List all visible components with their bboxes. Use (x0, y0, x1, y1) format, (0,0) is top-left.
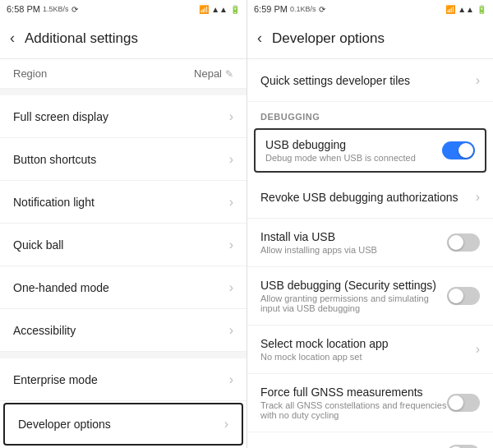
left-status-bar: 6:58 PM 1.5KB/s ⟳ 📶 ▲▲ 🔋 (0, 0, 246, 18)
view-attribute-toggle[interactable] (447, 445, 480, 449)
item-left: USB debugging (Security settings) Allow … (260, 279, 447, 313)
left-sync-icon: ⟳ (71, 5, 78, 14)
right-wifi-icon: ▲▲ (458, 5, 474, 14)
section-divider-1 (0, 89, 246, 95)
toggle-container (447, 445, 480, 449)
right-sync-icon: ⟳ (319, 5, 325, 14)
chevron-icon: › (476, 342, 480, 357)
item-sublabel: Debug mode when USB is connected (265, 153, 435, 163)
item-label: Quick settings developer tiles (260, 74, 410, 87)
list-item[interactable]: Enterprise mode › (0, 358, 246, 401)
quick-settings-tiles-item[interactable]: Quick settings developer tiles › (247, 59, 493, 102)
usb-debug-left: USB debugging Debug mode when USB is con… (265, 138, 435, 163)
region-value: Nepal ✎ (194, 67, 233, 80)
toggle-knob (449, 395, 463, 410)
item-left: Select mock location app No mock locatio… (260, 337, 389, 362)
usb-debugging-item[interactable]: USB debugging Debug mode when USB is con… (254, 128, 486, 173)
region-label: Region (13, 67, 47, 80)
view-attribute-item[interactable]: Enable view attribute inspection (247, 432, 493, 448)
right-phone-panel: 6:59 PM 0.1KB/s ⟳ 📶 ▲▲ 🔋 ‹ Developer opt… (246, 0, 493, 448)
item-label: Force full GNSS measurements (260, 386, 447, 399)
item-sublabel: Allow granting permissions and simulatin… (260, 293, 447, 313)
usb-security-toggle[interactable] (447, 287, 480, 305)
chevron-icon: › (229, 109, 233, 124)
gnss-item[interactable]: Force full GNSS measurements Track all G… (247, 374, 493, 432)
edit-icon: ✎ (225, 68, 233, 80)
right-data-info: 0.1KB/s (290, 5, 316, 13)
left-page-title: Additional settings (25, 30, 138, 47)
item-label: Full screen display (13, 110, 108, 123)
toggle-knob (449, 235, 463, 250)
item-sublabel: Allow installing apps via USB (260, 245, 377, 255)
right-back-button[interactable]: ‹ (257, 30, 262, 47)
toggle-container (447, 394, 480, 412)
list-item[interactable]: One-handed mode › (0, 266, 246, 309)
install-via-usb-item[interactable]: Install via USB Allow installing apps vi… (247, 219, 493, 267)
chevron-icon: › (229, 152, 233, 167)
item-label: Select mock location app (260, 337, 389, 350)
usb-debug-toggle-container (442, 141, 475, 159)
item-label: Enterprise mode (13, 373, 98, 386)
chevron-icon: › (476, 190, 480, 205)
left-scroll-content: Region Nepal ✎ Full screen display › But… (0, 59, 246, 448)
mock-location-item[interactable]: Select mock location app No mock locatio… (247, 326, 493, 374)
chevron-icon: › (476, 73, 480, 88)
install-via-usb-toggle[interactable] (447, 233, 480, 252)
left-data-info: 1.5KB/s (43, 5, 69, 13)
right-scroll-content: Quick settings developer tiles › DEBUGGI… (247, 59, 493, 448)
right-status-left: 6:59 PM 0.1KB/s ⟳ (254, 4, 325, 14)
left-back-button[interactable]: ‹ (10, 30, 15, 47)
item-label: Notification light (13, 196, 94, 209)
right-status-right: 📶 ▲▲ 🔋 (445, 5, 486, 14)
chevron-icon: › (229, 372, 233, 387)
item-sublabel: Track all GNSS constellations and freque… (260, 400, 447, 420)
item-label: Revoke USB debugging authorizations (260, 191, 458, 204)
chevron-icon: › (229, 195, 233, 210)
section-divider-2 (0, 352, 246, 358)
item-left: Force full GNSS measurements Track all G… (260, 386, 447, 420)
list-item[interactable]: Full screen display › (0, 95, 246, 138)
item-label: One-handed mode (13, 281, 109, 294)
list-item[interactable]: Quick ball › (0, 224, 246, 266)
left-signal-icon: 📶 (199, 5, 209, 14)
developer-options-item[interactable]: Developer options › (3, 403, 243, 446)
toggle-container (447, 287, 480, 305)
chevron-icon: › (229, 238, 233, 252)
right-header: ‹ Developer options (247, 18, 493, 59)
chevron-icon: › (229, 280, 233, 295)
right-signal-icon: 📶 (445, 5, 455, 14)
list-item[interactable]: Accessibility › (0, 309, 246, 352)
left-wifi-icon: ▲▲ (211, 5, 228, 14)
item-left: Install via USB Allow installing apps vi… (260, 230, 377, 255)
item-label: Developer options (18, 418, 111, 431)
toggle-knob (458, 143, 473, 158)
left-status-right: 📶 ▲▲ 🔋 (199, 5, 240, 14)
region-row[interactable]: Region Nepal ✎ (0, 59, 246, 89)
item-label: USB debugging (265, 138, 435, 151)
debugging-label: DEBUGGING (260, 112, 320, 122)
region-value-text: Nepal (194, 67, 222, 80)
item-label: Accessibility (13, 324, 76, 337)
right-page-title: Developer options (272, 30, 385, 47)
usb-debug-toggle[interactable] (442, 141, 475, 159)
item-label: USB debugging (Security settings) (260, 279, 447, 292)
toggle-container (447, 233, 480, 252)
gnss-toggle[interactable] (447, 394, 480, 412)
list-item[interactable]: Button shortcuts › (0, 138, 246, 181)
item-label: Quick ball (13, 238, 63, 252)
debugging-section-header: DEBUGGING (247, 102, 493, 125)
item-label: Button shortcuts (13, 153, 96, 166)
chevron-icon: › (229, 323, 233, 338)
right-battery-icon: 🔋 (477, 5, 486, 14)
right-time: 6:59 PM (254, 4, 288, 14)
notification-light-item[interactable]: Notification light › (0, 181, 246, 224)
item-sublabel: No mock location app set (260, 352, 389, 362)
revoke-usb-item[interactable]: Revoke USB debugging authorizations › (247, 176, 493, 219)
left-status-left: 6:58 PM 1.5KB/s ⟳ (7, 4, 78, 14)
usb-debugging-security-item[interactable]: USB debugging (Security settings) Allow … (247, 267, 493, 326)
item-label: Install via USB (260, 230, 377, 243)
toggle-knob (449, 289, 463, 303)
right-status-bar: 6:59 PM 0.1KB/s ⟳ 📶 ▲▲ 🔋 (247, 0, 493, 18)
left-battery-icon: 🔋 (230, 5, 240, 14)
left-time: 6:58 PM (7, 4, 40, 14)
